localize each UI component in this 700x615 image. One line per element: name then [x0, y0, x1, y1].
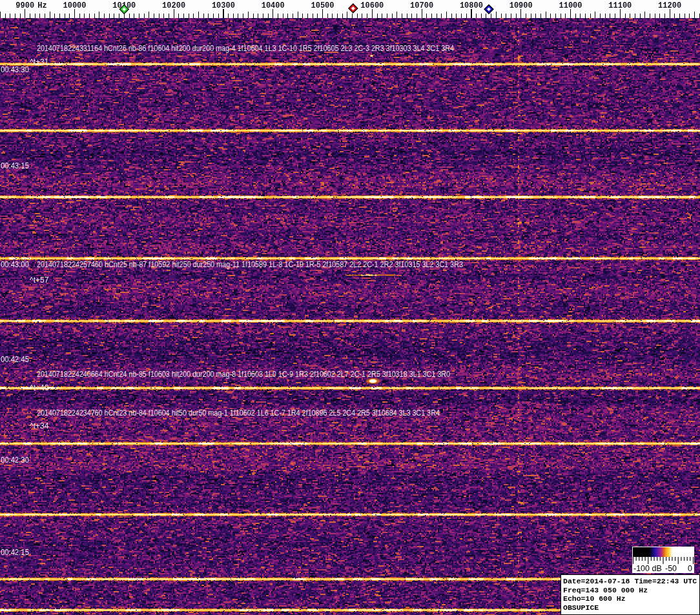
- svg-text:10900: 10900: [510, 1, 533, 10]
- svg-text:10800: 10800: [460, 1, 483, 10]
- svg-text:10000: 10000: [63, 1, 86, 10]
- svg-text:11200: 11200: [658, 1, 681, 10]
- svg-text:-100 dB: -100 dB: [633, 564, 662, 573]
- svg-text:Hz: Hz: [37, 1, 46, 10]
- svg-text:10200: 10200: [162, 1, 185, 10]
- svg-text:11000: 11000: [559, 1, 582, 10]
- svg-text:10500: 10500: [311, 1, 334, 10]
- svg-text:10400: 10400: [262, 1, 285, 10]
- svg-text:-50: -50: [665, 564, 677, 573]
- svg-text:9900: 9900: [15, 1, 34, 10]
- svg-text:11100: 11100: [608, 1, 632, 10]
- svg-text:0: 0: [688, 564, 692, 573]
- svg-text:10600: 10600: [360, 1, 384, 10]
- svg-text:10300: 10300: [212, 1, 235, 10]
- svg-text:10700: 10700: [410, 1, 433, 10]
